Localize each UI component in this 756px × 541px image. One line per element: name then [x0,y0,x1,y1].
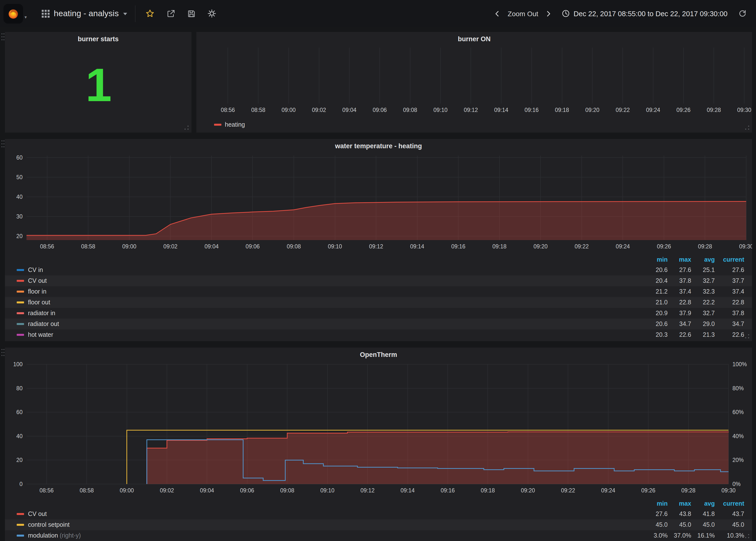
refresh-icon [738,9,746,18]
legend-row: CV out20.437.832.737.7 [5,275,752,286]
panel-burner-on: burner ON 08:5608:5809:0009:0209:0409:06… [196,32,752,133]
legend-row: hot water20.322.621.322.6 [5,329,752,340]
panel-resize-handle[interactable] [745,334,750,339]
time-range-picker[interactable]: Dec 22, 2017 08:55:00 to Dec 22, 2017 09… [557,9,732,18]
refresh-button[interactable] [734,4,750,23]
svg-text:0%: 0% [732,481,741,487]
gear-icon [207,9,217,18]
time-shift-back-button[interactable] [491,7,504,20]
series-label[interactable]: modulation (right-y) [28,532,81,539]
panel-resize-handle[interactable] [745,534,750,539]
grafana-dashboard: ▾ heating - analysis [0,0,756,541]
panel-title[interactable]: water temperature - heating [5,139,752,153]
svg-text:60%: 60% [732,409,744,415]
svg-text:09:16: 09:16 [451,243,465,250]
svg-text:09:28: 09:28 [707,107,721,113]
water-temperature-chart[interactable]: 08:5608:5809:0009:0209:0409:0609:0809:10… [5,153,752,255]
legend-header-min[interactable]: min [644,500,668,507]
svg-text:40: 40 [16,433,23,439]
chevron-right-icon [545,10,552,17]
series-label[interactable]: radiator out [28,320,59,327]
dashboard-grid-icon [42,10,49,17]
logo-caret-icon[interactable]: ▾ [25,14,27,19]
time-shift-forward-button[interactable] [542,7,555,20]
series-label[interactable]: radiator in [28,310,55,317]
svg-text:08:56: 08:56 [221,107,235,113]
svg-text:20: 20 [16,233,23,239]
series-color-marker [17,301,24,303]
svg-text:09:10: 09:10 [328,243,342,250]
svg-text:09:22: 09:22 [615,107,630,113]
burner-on-chart[interactable]: 08:5608:5809:0009:0209:0409:0609:0809:10… [196,46,752,119]
opentherm-legend: minmaxavgcurrentCV out27.643.841.843.7co… [5,499,752,541]
legend-header-avg[interactable]: avg [691,500,715,507]
save-button[interactable] [182,4,201,23]
time-range-label: Dec 22, 2017 08:55:00 to Dec 22, 2017 09… [573,10,728,17]
stat-min: 21.0 [644,299,668,306]
svg-text:09:28: 09:28 [681,487,696,494]
svg-text:09:14: 09:14 [494,107,508,113]
series-label[interactable]: hot water [28,331,53,338]
svg-text:08:58: 08:58 [251,107,265,113]
legend-header-row: minmaxavgcurrent [5,499,752,509]
svg-text:09:12: 09:12 [464,107,478,113]
panel-resize-handle[interactable] [745,126,750,131]
panel-title[interactable]: burner starts [5,32,191,46]
panel-water-temperature: water temperature - heating 08:5608:5809… [5,139,752,341]
star-button[interactable] [141,4,160,23]
panel-title[interactable]: burner ON [196,32,752,46]
svg-text:40%: 40% [732,433,744,439]
legend-header-avg[interactable]: avg [691,256,715,263]
series-label[interactable]: CV out [28,277,47,284]
svg-text:09:20: 09:20 [521,487,535,494]
dashboard-title-picker[interactable]: heating - analysis [27,0,135,27]
svg-text:09:04: 09:04 [342,107,357,113]
svg-text:09:24: 09:24 [616,243,630,250]
series-label[interactable]: heating [225,121,245,128]
stat-current: 22.8 [715,299,744,306]
clock-icon [562,9,570,18]
series-label[interactable]: floor out [28,299,50,306]
legend-header-max[interactable]: max [668,256,691,263]
svg-text:09:26: 09:26 [641,487,655,494]
svg-text:80%: 80% [732,385,744,391]
stat-min: 45.0 [644,521,668,528]
stat-max: 37.9 [668,310,691,317]
svg-text:09:08: 09:08 [280,487,294,494]
svg-text:09:20: 09:20 [534,243,548,250]
opentherm-chart[interactable]: 08:5608:5809:0009:0209:0409:0609:0809:10… [5,361,752,499]
settings-button[interactable] [202,4,222,23]
stat-current: 43.7 [715,511,744,517]
stat-min: 3.0% [644,532,668,539]
legend-header-min[interactable]: min [644,256,668,263]
series-label[interactable]: floor in [28,288,46,295]
dashboard-row-1: burner starts 1 burner ON 08:5608:5809:0… [5,32,752,133]
svg-text:09:06: 09:06 [240,487,254,494]
legend-header-max[interactable]: max [668,500,691,507]
series-label[interactable]: CV in [28,267,43,273]
share-button[interactable] [161,4,181,23]
legend-header-current[interactable]: current [715,256,744,263]
svg-text:09:30: 09:30 [739,243,752,250]
panel-title[interactable]: OpenTherm [5,347,752,361]
series-color-marker [17,280,24,282]
svg-text:09:30: 09:30 [737,107,751,113]
svg-text:09:08: 09:08 [287,243,301,250]
series-label[interactable]: CV out [28,511,47,517]
zoom-out-button[interactable]: Zoom Out [506,10,540,17]
panel-resize-handle[interactable] [185,126,189,131]
series-color-marker [17,513,24,515]
grafana-logo-button[interactable] [0,0,27,27]
navbar: ▾ heating - analysis [0,0,756,27]
svg-text:60: 60 [16,154,23,161]
legend-header-current[interactable]: current [715,500,744,507]
svg-text:09:00: 09:00 [120,487,134,494]
stat-max: 22.6 [668,331,691,338]
svg-text:09:00: 09:00 [122,243,137,250]
time-controls: Zoom Out Dec 22, 2017 08:55:00 to Dec 22… [491,4,756,23]
stat-current: 10.3% [715,532,744,539]
svg-text:08:58: 08:58 [80,487,94,494]
stat-avg: 32.7 [691,310,715,317]
series-label[interactable]: control setpoint [28,521,70,528]
legend-row: floor in21.237.432.337.4 [5,286,752,297]
